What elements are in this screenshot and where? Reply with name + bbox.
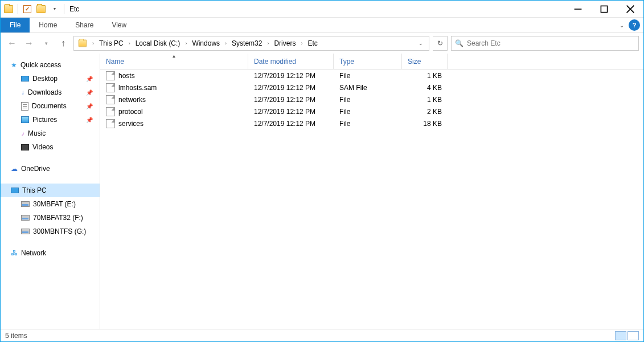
- search-box[interactable]: 🔍: [451, 36, 639, 51]
- forward-button[interactable]: →: [22, 36, 36, 50]
- content-area: ★ Quick access Desktop📌↓Downloads📌Docume…: [1, 54, 643, 329]
- close-button[interactable]: [617, 1, 643, 18]
- svg-rect-0: [601, 6, 607, 12]
- nav-item-drive[interactable]: 30MBFAT (E:): [1, 197, 100, 211]
- file-row[interactable]: protocol12/7/2019 12:12 PMFile2 KB: [100, 105, 643, 117]
- nav-label: Videos: [32, 143, 53, 151]
- chevron-right-icon[interactable]: ›: [183, 40, 189, 46]
- folder-icon[interactable]: [75, 36, 90, 50]
- nav-label: OneDrive: [21, 165, 50, 173]
- chevron-right-icon[interactable]: ›: [90, 40, 96, 46]
- column-size[interactable]: Size: [402, 54, 448, 69]
- maximize-button[interactable]: [591, 1, 617, 18]
- breadcrumb-segment[interactable]: This PC: [96, 36, 126, 50]
- breadcrumb-dropdown-icon[interactable]: ⌄: [414, 40, 428, 46]
- breadcrumb-segment[interactable]: Windows: [189, 36, 223, 50]
- file-row[interactable]: networks12/7/2019 12:12 PMFile1 KB: [100, 93, 643, 105]
- folder-icon[interactable]: [35, 3, 47, 15]
- file-icon: [106, 71, 115, 80]
- nav-item-downloads[interactable]: ↓Downloads📌: [1, 85, 100, 99]
- separator: [64, 4, 64, 14]
- nav-item-music[interactable]: ♪Music: [1, 127, 100, 140]
- column-headers: Name ▲ Date modified Type Size: [100, 54, 643, 70]
- disk-icon: [21, 215, 30, 221]
- nav-label: Quick access: [20, 61, 61, 69]
- pin-icon: 📌: [86, 103, 93, 109]
- home-tab[interactable]: Home: [30, 18, 66, 32]
- pin-icon: 📌: [86, 117, 93, 123]
- download-icon: ↓: [21, 88, 24, 96]
- column-date[interactable]: Date modified: [248, 54, 334, 69]
- window-title: Etc: [69, 5, 79, 13]
- navigation-pane: ★ Quick access Desktop📌↓Downloads📌Docume…: [1, 54, 100, 329]
- nav-item-drive[interactable]: 70MBFAT32 (F:): [1, 211, 100, 225]
- nav-item-pictures[interactable]: Pictures📌: [1, 113, 100, 127]
- chevron-right-icon[interactable]: ›: [126, 40, 133, 46]
- properties-icon[interactable]: ✓: [21, 3, 34, 15]
- folder-icon[interactable]: [2, 3, 15, 15]
- chevron-right-icon[interactable]: ›: [223, 40, 229, 46]
- refresh-button[interactable]: ↻: [433, 36, 448, 51]
- disk-icon: [21, 201, 30, 207]
- search-input[interactable]: [467, 39, 635, 47]
- breadcrumb[interactable]: › This PC › Local Disk (C:) › Windows › …: [73, 36, 429, 51]
- file-name: networks: [118, 96, 146, 104]
- file-tab[interactable]: File: [1, 18, 30, 32]
- nav-item-videos[interactable]: Videos: [1, 140, 100, 154]
- file-size: 1 KB: [402, 72, 448, 80]
- qat-dropdown-icon[interactable]: ▾: [48, 3, 61, 15]
- collapse-ribbon-icon[interactable]: ⌄: [620, 22, 624, 28]
- nav-label: 300MBNTFS (G:): [33, 227, 86, 235]
- file-size: 4 KB: [402, 84, 448, 92]
- nav-label: Desktop: [32, 75, 58, 83]
- this-pc[interactable]: This PC: [1, 184, 100, 197]
- share-tab[interactable]: Share: [66, 18, 102, 32]
- file-row[interactable]: lmhosts.sam12/7/2019 12:12 PMSAM File4 K…: [100, 82, 643, 93]
- file-icon: [106, 83, 115, 92]
- view-tab[interactable]: View: [102, 18, 136, 32]
- quick-access[interactable]: ★ Quick access: [1, 58, 100, 72]
- details-view-button[interactable]: [615, 331, 626, 340]
- window-controls: [565, 1, 643, 18]
- video-icon: [21, 144, 29, 150]
- address-bar: ← → ▾ ↑ › This PC › Local Disk (C:) › Wi…: [1, 33, 643, 54]
- chevron-right-icon[interactable]: ›: [265, 40, 271, 46]
- breadcrumb-segment[interactable]: Drivers: [271, 36, 298, 50]
- separator: [18, 4, 18, 14]
- nav-label: 70MBFAT32 (F:): [33, 214, 83, 222]
- file-row[interactable]: services12/7/2019 12:12 PMFile18 KB: [100, 117, 643, 129]
- breadcrumb-segment[interactable]: Local Disk (C:): [133, 36, 183, 50]
- status-bar: 5 items: [1, 329, 643, 341]
- file-date: 12/7/2019 12:12 PM: [248, 120, 334, 128]
- network[interactable]: 🖧 Network: [1, 246, 100, 260]
- breadcrumb-segment[interactable]: Etc: [305, 36, 320, 50]
- help-icon[interactable]: ?: [629, 19, 640, 31]
- back-button[interactable]: ←: [5, 36, 19, 50]
- nav-label: 30MBFAT (E:): [33, 200, 76, 208]
- file-row[interactable]: hosts12/7/2019 12:12 PMFile1 KB: [100, 70, 643, 82]
- column-name[interactable]: Name ▲: [100, 54, 248, 69]
- nav-item-desktop[interactable]: Desktop📌: [1, 72, 100, 85]
- file-date: 12/7/2019 12:12 PM: [248, 108, 334, 116]
- file-type: SAM File: [334, 84, 402, 92]
- column-type[interactable]: Type: [334, 54, 402, 69]
- nav-item-drive[interactable]: 300MBNTFS (G:): [1, 225, 100, 238]
- file-name: services: [118, 120, 143, 128]
- breadcrumb-segment[interactable]: System32: [229, 36, 265, 50]
- file-type: File: [334, 120, 402, 128]
- onedrive[interactable]: ☁ OneDrive: [1, 162, 100, 176]
- star-icon: ★: [11, 61, 17, 69]
- large-icons-view-button[interactable]: [627, 331, 639, 340]
- quick-access-toolbar: ✓ ▾: [2, 3, 66, 15]
- file-name: protocol: [118, 108, 143, 116]
- search-icon: 🔍: [455, 39, 463, 47]
- chevron-right-icon[interactable]: ›: [298, 40, 305, 46]
- recent-dropdown-icon[interactable]: ▾: [39, 36, 53, 50]
- explorer-window: ✓ ▾ Etc File Home Share View ⌄ ? ← → ▾ ↑…: [0, 0, 644, 342]
- pin-icon: 📌: [86, 76, 93, 82]
- document-icon: [21, 102, 28, 111]
- nav-item-documents[interactable]: Documents📌: [1, 99, 100, 113]
- minimize-button[interactable]: [565, 1, 591, 18]
- up-button[interactable]: ↑: [56, 36, 70, 50]
- nav-label: Downloads: [28, 88, 61, 96]
